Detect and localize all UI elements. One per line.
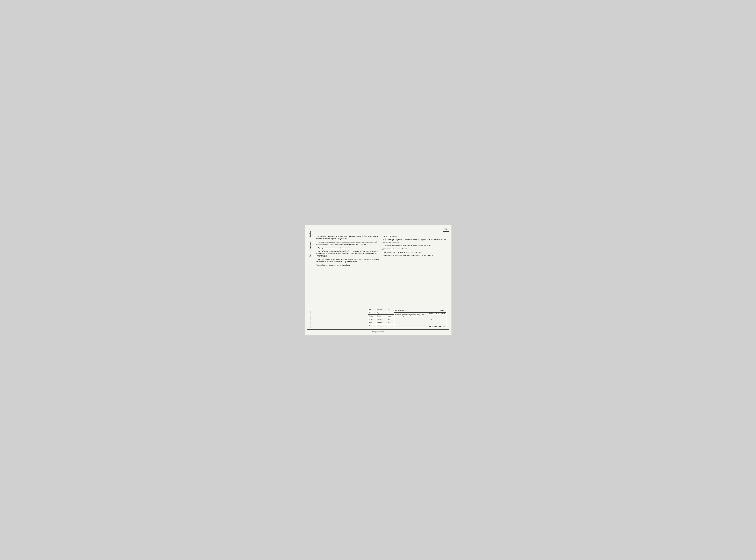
- title-main: Т.П.503-4-34.85 КIНЦ-77 Технические треб…: [394, 308, 446, 327]
- sig-role-6: Изм.: [368, 325, 377, 327]
- drawing-number: Т.П.503-4-34.85: [394, 309, 439, 312]
- bottom-section: Гип Антонов Ил. Н.конт Боронков Цветр// …: [316, 308, 446, 328]
- title-desc-row: Технические требования к изготовлению ар…: [394, 313, 446, 327]
- meta-header-sheet: Лист: [434, 313, 440, 314]
- sig-name-1: Антонов: [377, 308, 388, 311]
- right-column: кой по ГОСТ 5264-80. в) Для арматуры кар…: [383, 235, 446, 308]
- sig-role-1: Гип: [368, 308, 377, 311]
- meta-value-stage: Р: [428, 319, 435, 321]
- right-para-1: кой по ГОСТ 5264-80.: [383, 235, 446, 238]
- sig-role-4: Гл.спец: [368, 318, 377, 320]
- right-para-4: Для проката КПе по ТУ14-1-3023-80.: [383, 248, 446, 250]
- title-number-row: Т.П.503-4-34.85 КIНЦ-77: [394, 308, 446, 313]
- sig-row-2: Н.конт Боронков Цветр//: [368, 311, 394, 315]
- sig-sign-5: Мл.: [388, 322, 394, 324]
- sig-role-2: Н.конт: [368, 312, 377, 314]
- title-block-inner: Гип Антонов Ил. Н.конт Боронков Цветр// …: [368, 308, 446, 327]
- sig-sign-6: Ч/: [388, 325, 394, 327]
- title-block: Гип Антонов Ил. Н.конт Боронков Цветр// …: [368, 308, 446, 328]
- project-label: Типовой проект: [309, 242, 311, 257]
- sig-name-5: Гуричева: [377, 322, 388, 324]
- meta-values-row: Р 1 1: [428, 314, 446, 325]
- sig-row-5: Рук.ер. Гуричева Мл.: [368, 321, 394, 324]
- sig-sign-4: Мл.: [388, 318, 394, 320]
- page-number: 3: [443, 227, 449, 232]
- sig-row-4: Гл.спец Бугаенко Мл.: [368, 318, 394, 321]
- sig-row-6: Изм. Артамонов Ч/: [368, 324, 394, 327]
- meta-value-sheet: 1: [434, 319, 440, 321]
- sig-row-1: Гип Антонов Ил.: [368, 308, 394, 311]
- left-para-1: Арматурные, закладные и сборные железобе…: [316, 235, 379, 240]
- left-para-6: б) при соединении в нахлестку - ручной д…: [316, 264, 379, 266]
- page-wrapper: Альбом II Типовой проект Инв. № подл. По…: [305, 225, 451, 335]
- album-label: Альбом II: [309, 229, 311, 237]
- sig-name-2: Боронков: [377, 312, 388, 314]
- sig-name-4: Бугаенко: [377, 318, 388, 320]
- left-para-4: а) при соединении втавр дуговой сваркой …: [316, 250, 379, 257]
- stamp-label: Инв. № подл. Подп. и дата Взам. инв. №: [310, 309, 311, 328]
- sig-name-3: Елисеев: [377, 315, 388, 317]
- left-para-3: Приварку элементов изделий следует выпол…: [316, 247, 379, 249]
- left-para-5: При отсутствии оборудования для автомати…: [316, 258, 379, 263]
- sig-role-5: Рук.ер.: [368, 322, 377, 324]
- sig-row-3: Начрто Елисеев Торос/: [368, 315, 394, 318]
- meta-header-sheets: Листов: [440, 313, 446, 314]
- title-meta: Стадия Лист Листов Р 1 1: [428, 313, 446, 327]
- sig-role-3: Начрто: [368, 315, 377, 317]
- meta-header-row: Стадия Лист Листов: [428, 313, 446, 314]
- left-column: Арматурные, закладные и сборные железобе…: [316, 235, 379, 308]
- page-footer: Копировал Лист 1: [307, 331, 449, 333]
- sig-name-6: Артамонов: [377, 325, 388, 327]
- right-para-5: Для арматуры СПи ПС по ГОСТу 380-71* и Т…: [383, 251, 446, 254]
- organization-name: СОЮЗГИПРОЛЕСХОЗ: [428, 325, 446, 327]
- right-para-2: в) Для арматуры каркасов - контактно точ…: [383, 239, 446, 243]
- meta-value-sheets: 1: [440, 319, 446, 321]
- outer-border: Альбом II Типовой проект Инв. № подл. По…: [307, 227, 449, 329]
- signatures-column: Гип Антонов Ил. Н.конт Боронков Цветр// …: [368, 308, 394, 327]
- right-para-6: Для сварочных работ следует применять эл…: [383, 255, 446, 257]
- sig-sign-2: Цветр//: [388, 312, 394, 314]
- sig-sign-1: Ил.: [388, 309, 394, 311]
- drawing-khni: КIНЦ-77: [439, 309, 446, 312]
- left-para-2: Арматурные и закладные сварные изделия д…: [316, 241, 379, 246]
- main-content: 3 Арматурные, закладные и сборные железо…: [313, 227, 449, 329]
- text-columns: Арматурные, закладные и сборные железобе…: [316, 235, 446, 308]
- right-para-3: Для изготовления изделий надлежит примен…: [383, 244, 446, 247]
- meta-header-stage: Стадия: [428, 313, 435, 314]
- left-labels: Альбом II Типовой проект Инв. № подл. По…: [307, 227, 313, 329]
- drawing-description: Технические требования к изготовлению ар…: [394, 313, 428, 327]
- sig-sign-3: Торос/: [388, 315, 394, 317]
